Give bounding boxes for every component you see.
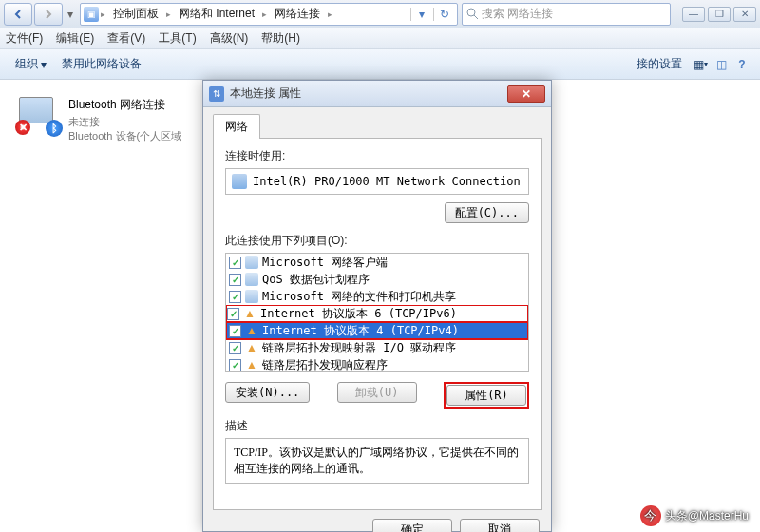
protocol-icon: ▲ bbox=[245, 358, 258, 371]
install-button[interactable]: 安装(N)... bbox=[225, 382, 310, 403]
connection-item-bluetooth[interactable]: ✕ ᛒ Bluetooth 网络连接 未连接 Bluetooth 设备(个人区域 bbox=[19, 97, 209, 143]
watermark-icon: 今 bbox=[640, 505, 661, 526]
adapter-name: Intel(R) PRO/1000 MT Network Connection bbox=[253, 175, 521, 188]
nic-icon bbox=[232, 174, 247, 189]
disable-device-button[interactable]: 禁用此网络设备 bbox=[54, 53, 149, 75]
dialog-footer: 确定 取消 bbox=[203, 510, 551, 532]
menu-file[interactable]: 文件(F) bbox=[6, 30, 43, 47]
item-label: Internet 协议版本 6 (TCP/IPv6) bbox=[260, 306, 457, 322]
chevron-icon[interactable]: ▸ bbox=[101, 10, 105, 19]
checkbox[interactable]: ✓ bbox=[227, 308, 239, 320]
nav-buttons: ▾ bbox=[4, 3, 76, 26]
item-label: 链路层拓扑发现映射器 I/O 驱动程序 bbox=[262, 340, 456, 356]
properties-dialog: ⇅ 本地连接 属性 ✕ 网络 连接时使用: Intel(R) PRO/1000 … bbox=[202, 80, 552, 532]
list-item[interactable]: ✓▲链路层拓扑发现响应程序 bbox=[226, 356, 528, 372]
list-item[interactable]: ✓▲Internet 协议版本 4 (TCP/IPv4) bbox=[226, 322, 528, 339]
search-icon bbox=[466, 8, 479, 20]
item-label: QoS 数据包计划程序 bbox=[262, 272, 370, 288]
breadcrumb[interactable]: 控制面板 bbox=[107, 4, 164, 24]
watermark: 今 头条@MasterHu bbox=[640, 505, 749, 526]
item-label: Internet 协议版本 4 (TCP/IPv4) bbox=[262, 323, 459, 339]
menu-bar: 文件(F) 编辑(E) 查看(V) 工具(T) 高级(N) 帮助(H) bbox=[0, 28, 760, 49]
chevron-icon[interactable]: ▸ bbox=[166, 10, 171, 19]
search-placeholder: 搜索 网络连接 bbox=[482, 6, 553, 22]
checkbox[interactable]: ✓ bbox=[229, 359, 241, 371]
breadcrumb[interactable]: 网络连接 bbox=[269, 4, 326, 24]
chevron-icon[interactable]: ▸ bbox=[262, 10, 267, 19]
service-icon bbox=[245, 273, 258, 286]
menu-view[interactable]: 查看(V) bbox=[107, 30, 145, 47]
protocol-icon: ▲ bbox=[245, 324, 258, 337]
connection-status: 未连接 bbox=[68, 115, 181, 129]
menu-tools[interactable]: 工具(T) bbox=[159, 30, 196, 47]
checkbox[interactable]: ✓ bbox=[229, 342, 241, 354]
command-bar: 组织 ▾ 禁用此网络设备 接的设置 ▦▾ ◫ ? bbox=[0, 49, 760, 80]
preview-pane-button[interactable]: ◫ bbox=[711, 54, 732, 75]
properties-button[interactable]: 属性(R) bbox=[446, 385, 526, 406]
adapter-icon: ⇅ bbox=[209, 86, 224, 102]
dialog-close-button[interactable]: ✕ bbox=[507, 86, 545, 103]
adapter-field: Intel(R) PRO/1000 MT Network Connection bbox=[225, 168, 529, 195]
chevron-down-icon: ▾ bbox=[41, 58, 47, 71]
organize-button[interactable]: 组织 ▾ bbox=[8, 53, 54, 75]
configure-button[interactable]: 配置(C)... bbox=[445, 202, 529, 223]
list-item[interactable]: ✓Microsoft 网络客户端 bbox=[226, 254, 528, 271]
description-label: 描述 bbox=[225, 418, 529, 434]
svg-line-1 bbox=[474, 15, 478, 19]
protocol-icon: ▲ bbox=[243, 307, 256, 320]
explorer-titlebar: ▾ ▣ ▸ 控制面板 ▸ 网络和 Internet ▸ 网络连接 ▸ ▾ ↻ 搜… bbox=[0, 0, 760, 28]
service-icon bbox=[245, 256, 258, 269]
components-list[interactable]: ✓Microsoft 网络客户端✓QoS 数据包计划程序✓Microsoft 网… bbox=[225, 253, 529, 372]
connection-device: Bluetooth 设备(个人区域 bbox=[68, 129, 181, 143]
nav-dropdown[interactable]: ▾ bbox=[65, 3, 76, 26]
checkbox[interactable]: ✓ bbox=[229, 256, 241, 269]
item-label: Microsoft 网络的文件和打印机共享 bbox=[262, 289, 456, 305]
uninstall-button: 卸载(U) bbox=[337, 382, 417, 403]
tab-panel: 连接时使用: Intel(R) PRO/1000 MT Network Conn… bbox=[213, 138, 542, 510]
ok-button[interactable]: 确定 bbox=[372, 519, 452, 532]
minimize-button[interactable]: — bbox=[682, 7, 705, 22]
window-controls: — ❐ ✕ bbox=[682, 7, 756, 22]
items-label: 此连接使用下列项目(O): bbox=[225, 233, 529, 249]
chevron-icon[interactable]: ▸ bbox=[328, 10, 332, 19]
description-text: TCP/IP。该协议是默认的广域网络协议，它提供在不同的相互连接的网络上的通讯。 bbox=[225, 438, 529, 484]
service-icon bbox=[245, 290, 258, 303]
list-item[interactable]: ✓▲链路层拓扑发现映射器 I/O 驱动程序 bbox=[226, 339, 528, 356]
checkbox[interactable]: ✓ bbox=[229, 291, 241, 303]
menu-help[interactable]: 帮助(H) bbox=[261, 30, 300, 47]
view-mode-button[interactable]: ▦▾ bbox=[690, 54, 711, 75]
menu-advanced[interactable]: 高级(N) bbox=[210, 30, 249, 47]
location-icon: ▣ bbox=[84, 7, 99, 22]
content-area: ✕ ᛒ Bluetooth 网络连接 未连接 Bluetooth 设备(个人区域… bbox=[0, 80, 760, 532]
maximize-button[interactable]: ❐ bbox=[708, 7, 731, 22]
disconnected-icon: ✕ bbox=[15, 120, 30, 135]
list-item[interactable]: ✓QoS 数据包计划程序 bbox=[226, 271, 528, 288]
dialog-title: 本地连接 属性 bbox=[230, 86, 502, 102]
diagnose-button[interactable]: 接的设置 bbox=[629, 53, 690, 75]
addr-dropdown[interactable]: ▾ bbox=[410, 8, 431, 21]
tab-network[interactable]: 网络 bbox=[213, 114, 260, 139]
checkbox[interactable]: ✓ bbox=[229, 325, 241, 337]
menu-edit[interactable]: 编辑(E) bbox=[56, 30, 94, 47]
item-label: Microsoft 网络客户端 bbox=[262, 255, 388, 271]
refresh-button[interactable]: ↻ bbox=[433, 8, 454, 21]
help-button[interactable]: ? bbox=[732, 54, 752, 75]
back-button[interactable] bbox=[4, 3, 32, 26]
connect-using-label: 连接时使用: bbox=[225, 148, 529, 164]
item-label: 链路层拓扑发现响应程序 bbox=[262, 357, 388, 373]
cancel-button[interactable]: 取消 bbox=[460, 519, 540, 532]
forward-button[interactable] bbox=[34, 3, 63, 26]
bluetooth-icon: ᛒ bbox=[46, 120, 63, 137]
connection-name: Bluetooth 网络连接 bbox=[68, 97, 181, 113]
close-button[interactable]: ✕ bbox=[733, 7, 756, 22]
protocol-icon: ▲ bbox=[245, 341, 258, 354]
dialog-titlebar[interactable]: ⇅ 本地连接 属性 ✕ bbox=[203, 81, 551, 107]
svg-point-0 bbox=[467, 9, 475, 16]
list-item[interactable]: ✓▲Internet 协议版本 6 (TCP/IPv6) bbox=[226, 305, 528, 322]
checkbox[interactable]: ✓ bbox=[229, 274, 241, 286]
bluetooth-connection-icon: ✕ ᛒ bbox=[19, 97, 59, 133]
address-bar[interactable]: ▣ ▸ 控制面板 ▸ 网络和 Internet ▸ 网络连接 ▸ ▾ ↻ bbox=[80, 3, 458, 26]
search-box[interactable]: 搜索 网络连接 bbox=[462, 3, 671, 26]
list-item[interactable]: ✓Microsoft 网络的文件和打印机共享 bbox=[226, 288, 528, 305]
breadcrumb[interactable]: 网络和 Internet bbox=[173, 4, 260, 24]
